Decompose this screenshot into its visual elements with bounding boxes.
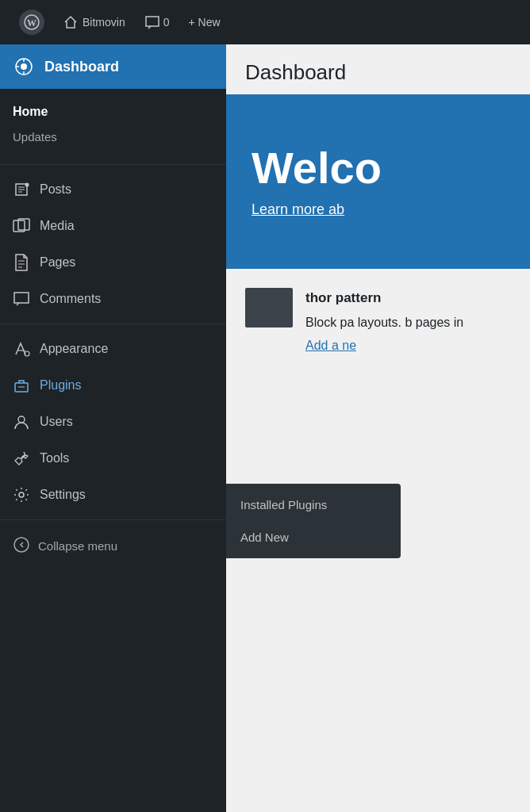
sidebar-updates-link[interactable]: Updates [0,125,226,148]
pattern-title: thor pattern [305,288,463,308]
sidebar-divider-3 [0,519,226,520]
svg-point-13 [19,492,24,497]
site-name-link[interactable]: Bitmovin [54,0,135,44]
pattern-description: thor pattern Block pa layouts. b pages i… [305,288,463,353]
admin-bar: W Bitmovin 0 + New [0,0,530,44]
svg-point-3 [21,63,27,70]
plugins-icon [13,377,30,394]
dashboard-label: Dashboard [44,59,119,75]
sidebar-comments-label: Comments [40,292,101,306]
learn-more-link[interactable]: Learn more ab [252,201,505,218]
posts-icon [13,181,30,198]
sidebar-dashboard-item[interactable]: Dashboard [0,44,226,89]
installed-plugins-link[interactable]: Installed Plugins [226,488,401,521]
sidebar: Dashboard Home Updates Posts [0,44,226,812]
sidebar-item-posts[interactable]: Posts [0,171,226,208]
sidebar-item-appearance[interactable]: Appearance [0,331,226,367]
comments-count: 0 [163,16,170,29]
pattern-thumbnail [245,288,293,327]
new-content-button[interactable]: + New [179,0,229,44]
add-new-link[interactable]: Add a ne [305,339,463,353]
svg-text:W: W [27,17,36,29]
sidebar-home-link[interactable]: Home [0,98,226,125]
appearance-icon [13,340,30,358]
collapse-menu-button[interactable]: Collapse menu [0,527,226,565]
tools-icon [13,450,30,467]
new-label: + New [188,16,220,29]
dashboard-icon [13,56,35,78]
svg-point-7 [25,183,29,187]
sidebar-users-label: Users [40,415,73,429]
sidebar-item-users[interactable]: Users [0,404,226,440]
content-header: Dashboard [226,44,530,94]
sidebar-appearance-label: Appearance [40,342,108,356]
sidebar-media-label: Media [40,219,75,233]
pages-icon [13,254,30,271]
plugins-submenu: Installed Plugins Add New [226,484,401,558]
content-area: Dashboard Welco Learn more ab thor patte… [226,44,530,812]
collapse-menu-label: Collapse menu [38,539,117,553]
svg-point-12 [18,416,25,423]
home-icon [63,15,78,29]
pattern-section: thor pattern Block pa layouts. b pages i… [226,288,530,366]
comments-sidebar-icon [13,290,30,308]
add-new-plugin-link[interactable]: Add New [226,521,401,553]
sidebar-item-media[interactable]: Media [0,208,226,244]
block-patterns-text: Block pa layouts. b pages in [305,313,463,332]
sidebar-divider-1 [0,164,226,165]
users-icon [13,413,30,431]
main-layout: Dashboard Home Updates Posts [0,44,530,812]
sidebar-item-comments[interactable]: Comments [0,281,226,317]
site-name: Bitmovin [83,16,125,29]
sidebar-posts-label: Posts [40,182,71,197]
wp-logo-icon: W [19,10,44,35]
sidebar-divider-2 [0,324,226,324]
media-icon [13,217,30,235]
sidebar-plugins-label: Plugins [40,378,81,393]
sidebar-tools-label: Tools [40,451,69,465]
sidebar-settings-label: Settings [40,488,86,502]
comments-icon [144,15,160,29]
page-title: Dashboard [245,60,511,85]
sidebar-item-settings[interactable]: Settings [0,477,226,513]
welcome-title: Welco [252,146,505,190]
sidebar-item-plugins[interactable]: Plugins [0,367,226,404]
sidebar-pages-label: Pages [40,255,75,270]
comments-link[interactable]: 0 [135,0,179,44]
dashboard-section: Home Updates [0,89,226,158]
wp-logo-button[interactable]: W [10,0,54,44]
sidebar-item-pages[interactable]: Pages [0,244,226,281]
collapse-icon [13,536,30,556]
welcome-banner: Welco Learn more ab [226,94,530,269]
settings-icon [13,486,30,504]
sidebar-item-tools[interactable]: Tools [0,440,226,477]
